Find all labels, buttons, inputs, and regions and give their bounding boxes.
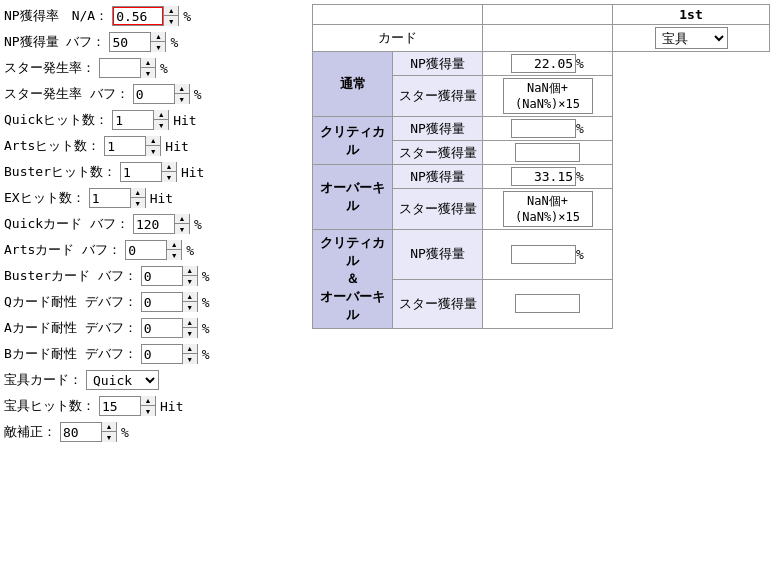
label-noble-hit: 宝具ヒット数： — [4, 397, 95, 415]
card-row: カード 宝具QuickArtsBuster — [313, 25, 770, 52]
spin-up-a-debuf[interactable]: ▲ — [183, 318, 197, 328]
spin-down-star-rate[interactable]: ▼ — [141, 68, 155, 78]
label-a-debuf: Aカード耐性 デバフ： — [4, 319, 137, 337]
field-row-q-debuf: Qカード耐性 デバフ：▲▼% — [4, 290, 304, 314]
input-quick-hit[interactable] — [113, 111, 153, 129]
right-panel: 1st カード 宝具QuickArtsBuster 通常NP獲得量%スター獲得量… — [312, 4, 770, 444]
spin-down-a-debuf[interactable]: ▼ — [183, 328, 197, 338]
spin-down-np-buf[interactable]: ▼ — [151, 42, 165, 52]
field-row-quick-hit: Quickヒット数：▲▼Hit — [4, 108, 304, 132]
spin-down-q-debuf[interactable]: ▼ — [183, 302, 197, 312]
spin-up-ex-hit[interactable]: ▲ — [131, 188, 145, 198]
np-label-overkill: NP獲得量 — [393, 165, 483, 189]
star-input-critical[interactable] — [515, 143, 580, 162]
field-row-arts-buf: Artsカード バフ：▲▼% — [4, 238, 304, 262]
star-value-critical-overkill — [483, 279, 613, 329]
spin-btns-arts-buf: ▲▼ — [166, 240, 181, 260]
input-np-buf[interactable] — [110, 33, 150, 51]
spin-down-buster-buf[interactable]: ▼ — [183, 276, 197, 286]
spin-up-buster-hit[interactable]: ▲ — [162, 162, 176, 172]
spin-up-quick-buf[interactable]: ▲ — [175, 214, 189, 224]
input-np-rate[interactable] — [113, 7, 163, 25]
unit-arts-hit: Hit — [165, 139, 188, 154]
select-noble-card[interactable]: QuickArtsBuster — [86, 370, 159, 390]
spin-down-b-debuf[interactable]: ▼ — [183, 354, 197, 364]
spinwrap-a-debuf: ▲▼ — [141, 318, 198, 338]
input-arts-buf[interactable] — [126, 241, 166, 259]
field-row-star-rate: スター発生率：▲▼% — [4, 56, 304, 80]
header-row: 1st — [313, 5, 770, 25]
field-row-ex-hit: EXヒット数：▲▼Hit — [4, 186, 304, 210]
spin-down-quick-buf[interactable]: ▼ — [175, 224, 189, 234]
spinwrap-np-buf: ▲▼ — [109, 32, 166, 52]
spinwrap-star-rate: ▲▼ — [99, 58, 156, 78]
input-noble-hit[interactable] — [100, 397, 140, 415]
spin-down-buster-hit[interactable]: ▼ — [162, 172, 176, 182]
spin-up-b-debuf[interactable]: ▲ — [183, 344, 197, 354]
spin-down-arts-buf[interactable]: ▼ — [167, 250, 181, 260]
np-label-critical: NP獲得量 — [393, 117, 483, 141]
label-ex-hit: EXヒット数： — [4, 189, 85, 207]
spin-up-arts-hit[interactable]: ▲ — [146, 136, 160, 146]
np-value-critical-overkill: % — [483, 230, 613, 280]
input-q-debuf[interactable] — [142, 293, 182, 311]
np-input-overkill[interactable] — [511, 167, 576, 186]
input-b-debuf[interactable] — [142, 345, 182, 363]
input-ex-hit[interactable] — [90, 189, 130, 207]
spin-up-quick-hit[interactable]: ▲ — [154, 110, 168, 120]
unit-ex-hit: Hit — [150, 191, 173, 206]
field-row-a-debuf: Aカード耐性 デバフ：▲▼% — [4, 316, 304, 340]
spin-down-np-rate[interactable]: ▼ — [164, 16, 178, 26]
spin-down-arts-hit[interactable]: ▼ — [146, 146, 160, 156]
unit-star-buf: % — [194, 87, 202, 102]
field-row-enemy-corr: 敵補正：▲▼% — [4, 420, 304, 444]
label-noble-card: 宝具カード： — [4, 371, 82, 389]
card-label-empty — [483, 25, 613, 52]
input-star-buf[interactable] — [134, 85, 174, 103]
np-value-normal: % — [483, 52, 613, 76]
field-row-buster-buf: Busterカード バフ：▲▼% — [4, 264, 304, 288]
input-quick-buf[interactable] — [134, 215, 174, 233]
np-input-critical[interactable] — [511, 119, 576, 138]
spin-btns-np-buf: ▲▼ — [150, 32, 165, 52]
spin-up-arts-buf[interactable]: ▲ — [167, 240, 181, 250]
spin-down-noble-hit[interactable]: ▼ — [141, 406, 155, 416]
label-star-buf: スター発生率 バフ： — [4, 85, 129, 103]
spin-up-star-rate[interactable]: ▲ — [141, 58, 155, 68]
spin-up-star-buf[interactable]: ▲ — [175, 84, 189, 94]
unit-quick-hit: Hit — [173, 113, 196, 128]
spin-up-enemy-corr[interactable]: ▲ — [102, 422, 116, 432]
spin-up-buster-buf[interactable]: ▲ — [183, 266, 197, 276]
input-enemy-corr[interactable] — [61, 423, 101, 441]
spin-down-quick-hit[interactable]: ▼ — [154, 120, 168, 130]
field-row-arts-hit: Artsヒット数：▲▼Hit — [4, 134, 304, 158]
spin-up-noble-hit[interactable]: ▲ — [141, 396, 155, 406]
spinwrap-arts-hit: ▲▼ — [104, 136, 161, 156]
unit-buster-buf: % — [202, 269, 210, 284]
card-select[interactable]: 宝具QuickArtsBuster — [655, 27, 728, 49]
input-buster-buf[interactable] — [142, 267, 182, 285]
field-row-np-rate: NP獲得率 N/A：▲▼% — [4, 4, 304, 28]
input-star-rate[interactable] — [100, 59, 140, 77]
np-input-normal[interactable] — [511, 54, 576, 73]
card-select-cell[interactable]: 宝具QuickArtsBuster — [613, 25, 770, 52]
np-input-critical-overkill[interactable] — [511, 245, 576, 264]
spinwrap-enemy-corr: ▲▼ — [60, 422, 117, 442]
spin-up-np-buf[interactable]: ▲ — [151, 32, 165, 42]
section-label-normal: 通常 — [313, 52, 393, 117]
spin-up-q-debuf[interactable]: ▲ — [183, 292, 197, 302]
np-value-overkill: % — [483, 165, 613, 189]
unit-enemy-corr: % — [121, 425, 129, 440]
input-arts-hit[interactable] — [105, 137, 145, 155]
input-buster-hit[interactable] — [121, 163, 161, 181]
spin-btns-a-debuf: ▲▼ — [182, 318, 197, 338]
input-a-debuf[interactable] — [142, 319, 182, 337]
spin-down-ex-hit[interactable]: ▼ — [131, 198, 145, 208]
spin-btns-star-buf: ▲▼ — [174, 84, 189, 104]
label-star-rate: スター発生率： — [4, 59, 95, 77]
star-input-critical-overkill[interactable] — [515, 294, 580, 313]
result-table: 1st カード 宝具QuickArtsBuster 通常NP獲得量%スター獲得量… — [312, 4, 770, 329]
spin-down-enemy-corr[interactable]: ▼ — [102, 432, 116, 442]
spin-down-star-buf[interactable]: ▼ — [175, 94, 189, 104]
spin-up-np-rate[interactable]: ▲ — [164, 6, 178, 16]
